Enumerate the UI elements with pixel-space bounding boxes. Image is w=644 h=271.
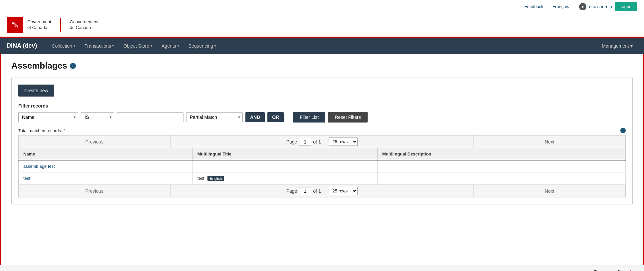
row1-title-cell <box>192 160 377 172</box>
top-utility-bar: Feedback – Français ● dina-admin Logout <box>0 0 644 13</box>
title-info-icon[interactable]: i <box>70 63 76 69</box>
table-header-row: Name Multilingual Title Multilingual Des… <box>19 148 626 160</box>
top-rows-per-page-select[interactable]: 5 rows 10 rows 25 rows 50 rows 100 rows <box>329 137 358 146</box>
filter-label: Filter records <box>18 103 626 109</box>
row2-name-cell: test <box>19 172 193 185</box>
top-next-button[interactable]: Next <box>474 136 625 148</box>
maple-leaf-icon: ✎ <box>7 17 23 33</box>
filter-field-wrapper: Name Description Created By Created On <box>18 112 78 122</box>
records-count-row: Total matched records: 2 i <box>18 128 626 133</box>
nav-item-collection[interactable]: Collection ▾ <box>47 39 80 53</box>
row2-title-cell: test English <box>192 172 377 185</box>
nav-item-sequencing[interactable]: Sequencing ▾ <box>184 39 221 53</box>
page-title: Assemblages <box>11 61 67 71</box>
sequencing-dropdown-arrow: ▾ <box>214 44 216 48</box>
government-text: Government of Canada <box>27 19 51 31</box>
nav-item-object-store[interactable]: Object Store ▾ <box>119 39 157 53</box>
row1-name-link[interactable]: assemblage test <box>23 164 55 169</box>
transactions-dropdown-arrow: ▾ <box>112 44 114 48</box>
username-link[interactable]: dina-admin <box>589 4 612 9</box>
management-dropdown-arrow: ▾ <box>630 43 633 49</box>
nav-management[interactable]: Management ▾ <box>597 39 637 53</box>
filter-field-select[interactable]: Name Description Created By Created On <box>18 112 78 122</box>
create-new-button[interactable]: Create new <box>18 85 54 97</box>
bottom-page-total: of 1 <box>313 188 321 194</box>
filter-condition-select[interactable]: IS IS NOT CONTAINS STARTS WITH <box>81 112 114 122</box>
user-section: ● dina-admin Logout <box>579 2 637 11</box>
gov-divider <box>60 18 61 32</box>
top-pagination-center: Page of 1 5 rows 10 rows 25 rows 50 rows… <box>170 136 474 148</box>
gov-en-line1: Government <box>27 19 51 25</box>
francais-link[interactable]: Français <box>552 4 569 9</box>
bottom-next-button[interactable]: Next <box>474 185 625 197</box>
top-page-input[interactable] <box>299 138 311 146</box>
top-rows-select-wrapper: 5 rows 10 rows 25 rows 50 rows 100 rows <box>329 137 358 146</box>
filter-list-button[interactable]: Filter List <box>293 112 325 123</box>
top-pagination-row: Previous Page of 1 5 rows 10 rows 25 row… <box>18 135 626 148</box>
page-label: Page <box>286 139 297 144</box>
site-footer: Contact information • Terms and conditio… <box>0 265 644 271</box>
row2-description-cell <box>377 172 625 185</box>
gov-fr-line1: Gouvernement <box>70 19 99 25</box>
row1-name-cell: assemblage test <box>19 160 193 172</box>
row1-description-cell <box>377 160 625 172</box>
top-previous-button[interactable]: Previous <box>19 136 170 148</box>
bottom-pagination-row: Previous Page of 1 5 rows 10 rows 25 row… <box>18 185 626 197</box>
canada-text: Canada <box>592 268 625 271</box>
row2-name-link[interactable]: test <box>23 176 30 181</box>
row2-title-text: test <box>197 176 204 181</box>
assemblages-table: Name Multilingual Title Multilingual Des… <box>18 148 626 185</box>
records-count-text: Total matched records: 2 <box>18 128 66 133</box>
logo-area: ✎ Government of Canada Gouvernement du C… <box>7 17 99 33</box>
bottom-previous-button[interactable]: Previous <box>19 185 170 197</box>
row2-title-badge: English <box>207 176 224 181</box>
col-header-description: Multilingual Description <box>377 148 625 160</box>
filter-actions: Filter List Reset Filters <box>293 112 367 123</box>
filter-section: Filter records Name Description Created … <box>18 103 626 123</box>
gov-fr-line2: du Canada <box>70 25 99 31</box>
page-wrapper: Assemblages i Create new Filter records … <box>0 54 644 265</box>
main-card: Create new Filter records Name Descripti… <box>11 78 633 204</box>
filter-condition-wrapper: IS IS NOT CONTAINS STARTS WITH <box>81 112 114 122</box>
table-row: test test English <box>19 172 626 185</box>
logout-button[interactable]: Logout <box>615 2 637 11</box>
top-page-total: of 1 <box>313 139 321 144</box>
agents-dropdown-arrow: ▾ <box>177 44 179 48</box>
table-row: assemblage test <box>19 160 626 172</box>
government-text-fr: Gouvernement du Canada <box>70 19 99 31</box>
top-bar-separator: – <box>547 4 549 9</box>
bottom-page-input[interactable] <box>299 187 311 195</box>
col-header-title: Multilingual Title <box>192 148 377 160</box>
user-avatar-icon: ● <box>579 3 586 10</box>
bottom-rows-select-wrapper: 5 rows 10 rows 25 rows 50 rows 100 rows <box>329 187 358 195</box>
count-info-icon[interactable]: i <box>620 128 626 133</box>
bottom-pagination-center: Page of 1 5 rows 10 rows 25 rows 50 rows… <box>170 185 474 197</box>
nav-item-transactions[interactable]: Transactions ▾ <box>80 39 119 53</box>
page-title-area: Assemblages i <box>11 61 633 71</box>
bottom-rows-per-page-select[interactable]: 5 rows 10 rows 25 rows 50 rows 100 rows <box>329 187 358 195</box>
and-button[interactable]: AND <box>245 112 265 122</box>
collection-dropdown-arrow: ▾ <box>74 44 75 48</box>
filter-row: Name Description Created By Created On I… <box>18 112 626 123</box>
filter-value-input[interactable] <box>117 112 183 122</box>
or-button[interactable]: OR <box>267 112 284 122</box>
nav-item-agents[interactable]: Agents ▾ <box>157 39 184 53</box>
gov-en-line2: of Canada <box>27 25 51 31</box>
col-header-name: Name <box>19 148 193 160</box>
page-content: Assemblages i Create new Filter records … <box>1 54 643 211</box>
bottom-page-label: Page <box>286 188 297 194</box>
brand-label: DINA (dev) <box>7 38 44 54</box>
main-navbar: DINA (dev) Collection ▾ Transactions ▾ O… <box>0 38 644 54</box>
object-store-dropdown-arrow: ▾ <box>151 44 152 48</box>
reset-filters-button[interactable]: Reset Filters <box>328 112 368 123</box>
government-header: ✎ Government of Canada Gouvernement du C… <box>0 13 644 38</box>
feedback-link[interactable]: Feedback <box>524 4 543 9</box>
filter-match-select[interactable]: Partial Match Exact Match <box>186 112 243 122</box>
filter-match-wrapper: Partial Match Exact Match <box>186 112 243 122</box>
